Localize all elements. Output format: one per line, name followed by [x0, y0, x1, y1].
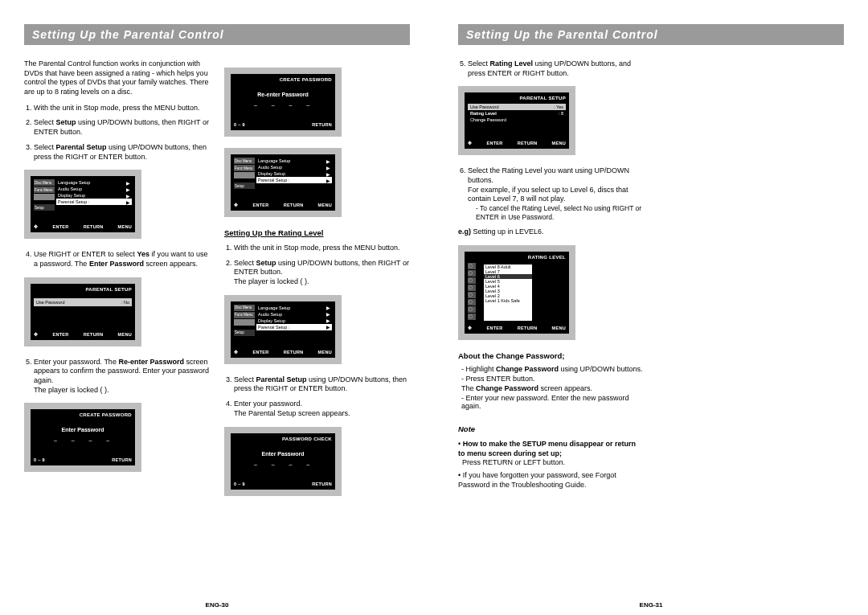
note-body: • How to make the SETUP menu disappear o…: [458, 440, 644, 490]
right-step-6: Select the Rating Level you want using U…: [468, 166, 644, 222]
step-5: Enter your password. The Re-enter Passwo…: [34, 358, 210, 396]
right-step-5: Select Rating Level using UP/DOWN button…: [468, 59, 644, 78]
right-col-2: [658, 59, 844, 493]
page-left: Setting Up the Parental Control The Pare…: [0, 0, 434, 615]
page-right: Setting Up the Parental Control Select R…: [434, 0, 868, 615]
osd-rating-level: RATING LEVEL ▢▢▢▢▢▢▢▢ Level 8 Adult Leve…: [458, 245, 575, 340]
osd-setup-menu-2: Disc Menu Func Menu Setup Language Setup…: [224, 148, 342, 217]
r-step-3: Select Parental Setup using UP/DOWN butt…: [234, 375, 410, 394]
intro-text: The Parental Control function works in c…: [24, 59, 210, 97]
left-col-1: The Parental Control function works in c…: [24, 59, 210, 507]
right-col-1: Select Rating Level using UP/DOWN button…: [458, 59, 644, 493]
page-title-right: Setting Up the Parental Control: [458, 24, 844, 45]
osd-setup-menu-1: Disc Menu Func Menu Setup Language Setup…: [24, 170, 141, 239]
page-title-left: Setting Up the Parental Control: [24, 24, 410, 45]
step-3: Select Parental Setup using UP/DOWN butt…: [34, 143, 210, 162]
osd-enter-password: CREATE PASSWORD Enter Password – – – – 0…: [24, 403, 141, 472]
r-step-2: Select Setup using UP/DOWN buttons, then…: [234, 259, 410, 287]
osd-parental-no: PARENTAL SETUP Use Password: No ✥ENTERRE…: [24, 277, 141, 346]
step-2: Select Setup using UP/DOWN buttons, then…: [34, 118, 210, 137]
step-4: Use RIGHT or ENTER to select Yes if you …: [34, 250, 210, 269]
step-1: With the unit in Stop mode, press the ME…: [34, 104, 210, 113]
osd-setup-menu-3: Disc Menu Func Menu Setup Language Setup…: [224, 295, 342, 364]
example-text: e.g) Setting up in LEVEL6.: [458, 228, 644, 237]
r-step-1: With the unit in Stop mode, press the ME…: [234, 244, 410, 253]
r-step-4: Enter your password.The Parental Setup s…: [234, 400, 410, 418]
page-number-right: ENG-31: [434, 601, 868, 609]
about-change-password-head: About the Change Password;: [458, 351, 644, 360]
left-col-2: CREATE PASSWORD Re-enter Password – – – …: [224, 59, 410, 507]
osd-parental-full: PARENTAL SETUP Use Password: Yes Rating …: [458, 86, 575, 155]
note-heading: Note: [458, 424, 644, 433]
manual-spread: Setting Up the Parental Control The Pare…: [0, 0, 868, 615]
osd-password-check: PASSWORD CHECK Enter Password – – – – 0 …: [224, 427, 342, 496]
osd-reenter-password: CREATE PASSWORD Re-enter Password – – – …: [224, 68, 342, 137]
page-number-left: ENG-30: [0, 601, 434, 609]
about-change-password-body: - Highlight Change Password using UP/DOW…: [461, 365, 644, 410]
rating-level-heading: Setting Up the Rating Level: [224, 228, 410, 237]
